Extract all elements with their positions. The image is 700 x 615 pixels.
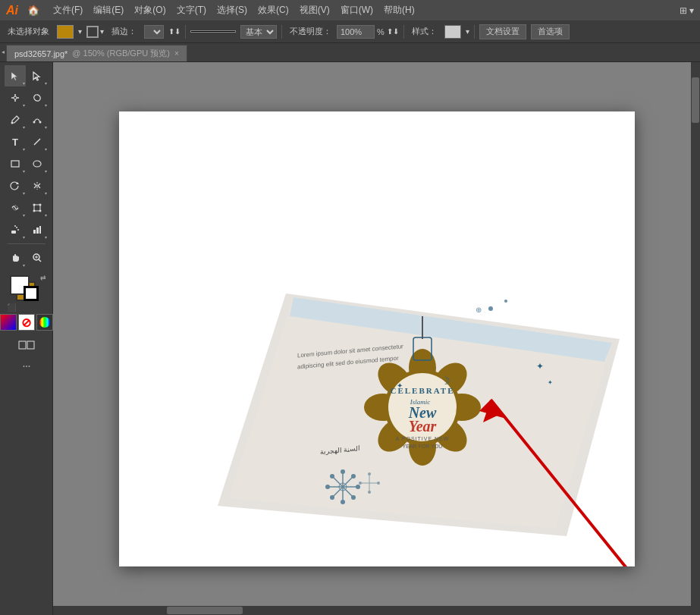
doc-settings-btn[interactable]: 文档设置 [479,24,526,39]
magic-wand-tool[interactable]: ▾ [5,87,26,108]
stroke-up-down[interactable]: ⬆⬇ [168,27,180,36]
svg-text:✦: ✦ [397,381,403,390]
stroke-line [190,30,236,33]
menu-effect[interactable]: 效果(C) [253,2,293,18]
direct-selection-tool[interactable]: ▾ [27,65,48,86]
fill-color-box[interactable] [57,25,74,39]
svg-rect-19 [11,231,16,234]
type-tool[interactable]: T ▾ [5,131,26,152]
stroke-group: ▾ [86,26,104,38]
opacity-arrows[interactable]: ⬆⬇ [387,27,399,36]
tab-zoom-info: @ 150% (RGB/GPU 预览) [72,48,170,59]
none-fill-icon[interactable]: ⊘ [18,314,35,331]
selection-tool[interactable]: ▾ [5,65,26,86]
curvature-tool[interactable]: ▾ [27,109,48,130]
graph-tool[interactable]: ▾ [27,219,48,240]
svg-point-18 [39,210,42,212]
svg-point-77 [377,482,380,485]
svg-text:A POSITIVE NEW: A POSITIVE NEW [395,436,449,441]
svg-rect-24 [36,227,39,234]
home-icon[interactable]: 🏠 [27,5,39,16]
svg-point-6 [33,121,36,124]
opacity-group: 不透明度： % ⬆⬇ [287,24,399,39]
rotate-tool[interactable]: ▾ [5,175,26,196]
svg-point-71 [330,495,334,500]
svg-point-22 [14,225,16,227]
menu-type[interactable]: 文字(T) [172,2,211,18]
stroke-arrow[interactable]: ▾ [100,27,104,36]
vertical-scrollbar[interactable] [691,62,700,615]
menu-select[interactable]: 选择(S) [212,2,252,18]
horizontal-scrollbar[interactable] [53,606,700,615]
menu-window[interactable]: 窗口(W) [336,2,378,18]
svg-point-70 [351,474,356,479]
svg-point-20 [16,227,17,228]
zoom-tool[interactable] [27,247,48,268]
symbol-tools-row: ▾ ▾ [5,219,48,240]
svg-point-76 [359,482,362,485]
svg-point-81 [504,300,507,303]
menu-help[interactable]: 帮助(H) [379,2,419,18]
document-tab[interactable]: psd32657.jpg* @ 150% (RGB/GPU 预览) × [6,45,187,61]
svg-point-64 [341,469,345,474]
color-fill-icon[interactable] [0,314,17,331]
default-colors-icon[interactable]: ⬛ [7,303,16,312]
fill-arrow[interactable]: ▾ [78,27,82,36]
ellipse-tool[interactable]: ▾ [27,153,48,174]
stroke-color-swatch[interactable] [24,286,39,301]
warp-tool[interactable]: ▾ [5,197,26,218]
svg-point-66 [325,485,330,489]
rect-tool[interactable]: ▾ [5,153,26,174]
control-toolbar: 未选择对象 ▾ ▾ 插边： ⬆⬇ 基本 不透明度： % ⬆⬇ 样式： ▾ 文档设… [0,20,700,43]
tab-close-btn[interactable]: × [174,49,179,58]
symbol-sprayer-tool[interactable]: ▾ [5,219,26,240]
preferences-btn[interactable]: 首选项 [531,24,570,39]
artwork-svg: CELEBRATE Islamic New Year A POSITIVE NE… [119,111,635,566]
tab-bar: ◂ psd32657.jpg* @ 150% (RGB/GPU 预览) × [0,43,700,62]
swap-colors-icon[interactable]: ⇄ [40,274,46,281]
stroke-type-dropdown[interactable]: 基本 [240,25,277,39]
shape-tools-row: ▾ ▾ [5,153,48,174]
opacity-input[interactable] [337,25,375,39]
artboard-tool[interactable] [5,334,48,356]
svg-rect-25 [39,226,41,234]
canvas-area[interactable]: CELEBRATE Islamic New Year A POSITIVE NE… [53,62,700,615]
style-arrow[interactable]: ▾ [466,27,469,36]
hand-tool[interactable]: ▾ [5,247,26,268]
svg-text:⊕: ⊕ [476,306,482,314]
svg-rect-30 [19,341,26,349]
no-selection-label: 未选择对象 [5,24,52,39]
svg-point-68 [330,474,334,479]
more-tools-dots[interactable]: ··· [22,359,30,373]
color-icon[interactable] [36,314,53,331]
color-mode-row: ⊘ [0,314,53,331]
line-tool[interactable]: ▾ [27,131,48,152]
style-box [444,25,461,39]
sep4 [474,25,475,39]
lasso-tool[interactable]: ▾ [27,87,48,108]
svg-point-74 [368,472,371,475]
menu-edit[interactable]: 编辑(E) [89,2,128,18]
reflect-tool[interactable]: ▾ [27,175,48,196]
menu-file[interactable]: 文件(F) [49,2,87,18]
svg-point-16 [39,204,42,206]
svg-point-7 [39,121,42,124]
menu-view[interactable]: 视图(V) [295,2,334,18]
canvas-inner: CELEBRATE Islamic New Year A POSITIVE NE… [53,62,700,615]
svg-text:Year: Year [408,418,436,435]
screen-mode-tool[interactable] [5,334,48,356]
svg-point-15 [33,204,36,206]
collapse-left[interactable]: ◂ [0,42,6,61]
ai-logo: Ai [6,4,18,17]
tool-separator [8,243,46,244]
svg-text:☽: ☽ [440,375,450,387]
stroke-dropdown[interactable] [144,25,164,39]
svg-text:✦: ✦ [548,379,553,386]
grid-icon[interactable]: ⊞ ▾ [680,5,694,16]
opacity-label: 不透明度： [287,24,334,39]
menu-object[interactable]: 对象(O) [130,2,170,18]
free-transform-tool[interactable]: ▾ [27,197,48,218]
lasso-tools-row: ▾ ▾ [5,87,48,108]
pen-tool[interactable]: ▾ [5,109,26,130]
svg-rect-9 [11,161,19,167]
